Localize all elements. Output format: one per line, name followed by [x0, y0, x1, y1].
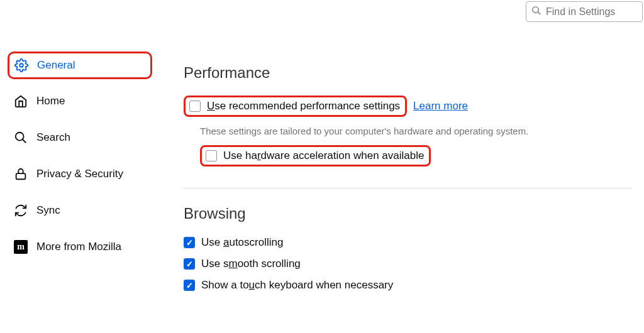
home-icon — [14, 94, 28, 108]
lock-icon — [14, 167, 28, 181]
hw-accel-label: Use hardware acceleration when available — [223, 150, 424, 162]
sidebar: General Home Search Privacy & Security — [8, 52, 152, 270]
recommended-perf-row: Use recommended performance settings Lea… — [184, 96, 631, 117]
smooth-scroll-checkbox[interactable] — [184, 258, 195, 270]
recommended-perf-checkbox[interactable] — [189, 101, 201, 112]
autoscroll-checkbox[interactable] — [184, 237, 195, 248]
sidebar-item-label: Search — [36, 131, 70, 144]
svg-rect-5 — [16, 173, 26, 179]
autoscroll-label: Use autoscrolling — [201, 236, 283, 249]
sidebar-item-label: Home — [36, 95, 65, 107]
smooth-scroll-label: Use smooth scrolling — [201, 258, 301, 270]
sidebar-item-search[interactable]: Search — [8, 124, 152, 151]
perf-description: These settings are tailored to your comp… — [200, 126, 631, 136]
touch-keyboard-label: Show a touch keyboard when necessary — [201, 279, 393, 292]
performance-heading: Performance — [184, 64, 631, 82]
section-divider — [184, 188, 631, 188]
sync-icon — [14, 204, 28, 217]
touch-keyboard-checkbox[interactable] — [184, 280, 195, 291]
sidebar-item-more-mozilla[interactable]: m More from Mozilla — [8, 234, 152, 260]
sidebar-item-label: More from Mozilla — [36, 241, 121, 253]
sidebar-item-general[interactable]: General — [8, 52, 152, 79]
svg-point-0 — [533, 7, 538, 13]
search-icon — [531, 6, 541, 18]
svg-point-2 — [19, 63, 23, 67]
sidebar-item-home[interactable]: Home — [8, 88, 152, 114]
autoscroll-row: Use autoscrolling — [184, 236, 631, 249]
sidebar-item-label: General — [37, 59, 75, 72]
touch-keyboard-row: Show a touch keyboard when necessary — [184, 279, 631, 292]
sidebar-item-label: Privacy & Security — [36, 168, 123, 180]
sidebar-item-label: Sync — [36, 204, 60, 217]
search-container — [526, 1, 643, 22]
gear-icon — [14, 58, 28, 72]
svg-point-3 — [16, 133, 24, 141]
search-box[interactable] — [526, 1, 643, 22]
hw-accel-row: Use hardware acceleration when available — [200, 145, 631, 166]
sidebar-item-privacy[interactable]: Privacy & Security — [8, 161, 152, 187]
content-area: Performance Use recommended performance … — [184, 64, 631, 300]
svg-line-4 — [23, 139, 26, 143]
browsing-heading: Browsing — [184, 205, 631, 222]
recommended-perf-label: Use recommended performance settings — [207, 100, 400, 112]
highlight-box: Use hardware acceleration when available — [200, 145, 431, 166]
smooth-scroll-row: Use smooth scrolling — [184, 258, 631, 270]
hw-accel-checkbox[interactable] — [206, 150, 217, 161]
search-icon — [14, 131, 28, 145]
learn-more-link[interactable]: Learn more — [413, 100, 468, 112]
sidebar-item-sync[interactable]: Sync — [8, 197, 152, 224]
search-input[interactable] — [546, 6, 637, 18]
highlight-box: Use recommended performance settings — [184, 96, 407, 117]
svg-line-1 — [538, 12, 540, 14]
mozilla-icon: m — [14, 240, 28, 254]
